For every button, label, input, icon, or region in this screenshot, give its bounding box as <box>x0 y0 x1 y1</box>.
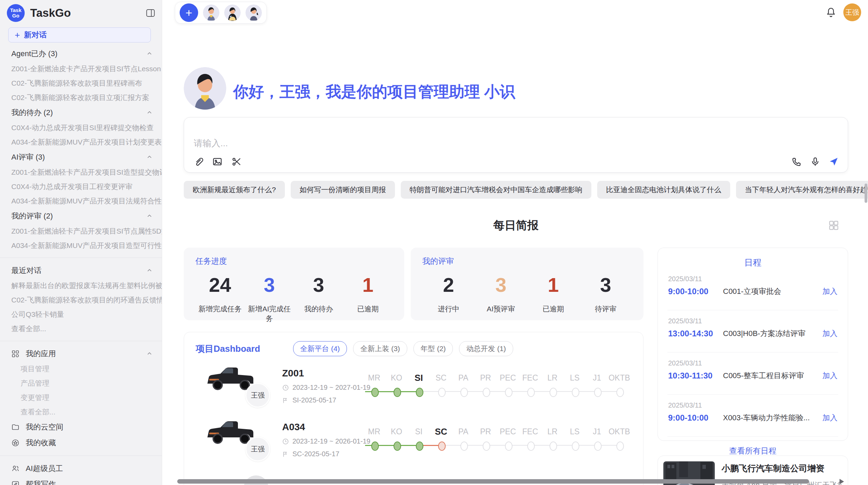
sidebar-item-ai-super-staff[interactable]: AI超级员工 <box>0 461 162 476</box>
list-item[interactable]: C0X4-动力总成开发项目工程变更评审 <box>0 179 162 194</box>
join-link[interactable]: 加入 <box>822 371 837 381</box>
milestone-timeline: MR KO SI SC PA PR PEC FEC LR LS J1 OKTB <box>363 371 630 399</box>
project-row[interactable]: 王强 Z001 2023-12-19 ~ 2027-01-19 SI-2025-… <box>195 362 632 416</box>
list-item[interactable]: A034-全新新能源MUV产品开发项目造型可行性评审 <box>0 238 162 253</box>
milestone-dot <box>438 388 446 397</box>
section-header-recent[interactable]: 最近对话 <box>0 263 162 278</box>
milestone-label: FEC <box>519 371 541 385</box>
stat-label: 进行中 <box>422 304 475 314</box>
clock-icon <box>282 384 289 391</box>
collapse-sidebar-icon[interactable] <box>145 8 156 18</box>
schedule-item[interactable]: 2025/03/11 9:00-10:00 C001-立项审批会 加入 <box>658 268 848 304</box>
milestone-dot <box>594 388 602 397</box>
flag-icon <box>282 451 289 458</box>
milestone-label: FEC <box>519 424 541 439</box>
join-link[interactable]: 加入 <box>822 413 837 423</box>
suggestion-chip[interactable]: 比亚迪全固态电池计划具体说了什么 <box>597 181 730 199</box>
milestone-dot <box>483 388 490 397</box>
project-code: A034 <box>282 422 370 433</box>
new-chat-button[interactable]: + 新对话 <box>8 27 151 42</box>
milestone-dot <box>550 388 557 397</box>
project-dashboard-card: 项目Dashboard 全新平台 (4) 全新上装 (3) 年型 (2) 动总开… <box>184 332 643 485</box>
view-all-link[interactable]: 查看全部... <box>0 322 162 336</box>
suggestion-chip[interactable]: 特朗普可能对进口汽车增税会对中国车企造成哪些影响 <box>401 181 591 199</box>
suggestion-chip[interactable]: 欧洲新规最近颁布了什么? <box>184 181 285 199</box>
schedule-date: 2025/03/11 <box>668 317 837 325</box>
milestone-dot <box>438 442 446 451</box>
attach-icon[interactable] <box>193 157 203 167</box>
scroll-right-arrow[interactable] <box>840 479 844 484</box>
avatar[interactable] <box>245 4 262 21</box>
join-link[interactable]: 加入 <box>822 286 837 297</box>
schedule-item[interactable]: 2025/03/11 10:30-11:30 C005-整车工程目标评审 加入 <box>658 352 848 388</box>
sidebar-item-change-mgmt[interactable]: 变更管理 <box>0 390 162 405</box>
schedule-date: 2025/03/11 <box>668 401 837 409</box>
stat-label: 待评审 <box>579 304 632 314</box>
schedule-time: 13:00-14:30 <box>668 329 723 338</box>
suggestion-chip[interactable]: 当下年轻人对汽车外观有怎样的喜好趋势 <box>736 181 868 199</box>
project-row[interactable]: 王强 A034 2023-12-19 ~ 2026-01-19 SC-2025-… <box>195 415 632 470</box>
chevron-up-icon <box>146 154 153 161</box>
milestone-dot <box>550 442 557 451</box>
owner-badge: 王强 <box>245 383 270 408</box>
avatar[interactable] <box>203 4 219 21</box>
list-item[interactable]: A034-全新新能源MUV产品开发项目计划变更表编写 <box>0 135 162 149</box>
section-header-my-todo[interactable]: 我的待办 (2) <box>0 105 162 121</box>
send-icon[interactable] <box>829 157 839 167</box>
divider <box>0 258 162 258</box>
tab-new-body[interactable]: 全新上装 (3) <box>353 341 407 356</box>
section-header-my-review[interactable]: 我的评审 (2) <box>0 208 162 224</box>
milestone-dot <box>527 388 535 397</box>
sidebar-item-help-writing[interactable]: 帮我写作 <box>0 476 162 485</box>
tab-new-platform[interactable]: 全新平台 (4) <box>293 341 347 356</box>
list-item[interactable]: 解释最新出台的欧盟报废车法规再生塑料比例被调至15%... <box>0 278 162 293</box>
sidebar-item-product-mgmt[interactable]: 产品管理 <box>0 376 162 390</box>
view-all-link[interactable]: 查看全部... <box>0 405 162 419</box>
list-item[interactable]: Z001-全新燃油皮卡产品开发项目SI节点Lesson Learn报告 <box>0 62 162 76</box>
list-item[interactable]: 公司Q3轻卡销量 <box>0 307 162 322</box>
list-item[interactable]: A034-全新新能源MUV产品开发项目法规符合性评审 <box>0 194 162 208</box>
view-all-schedule-link[interactable]: 查看所有日程 <box>658 446 848 456</box>
sidebar-item-cloud-space[interactable]: 我的云空间 <box>0 419 162 435</box>
vertical-scrollbar-thumb[interactable] <box>865 184 867 203</box>
sidebar-item-project-mgmt[interactable]: 项目管理 <box>0 362 162 376</box>
schedule-item[interactable]: 2025/03/11 13:00-14:30 C003|H0B-方案冻结评审 加… <box>658 310 848 346</box>
image-icon[interactable] <box>212 157 222 167</box>
list-item[interactable]: C0X4-动力总成开发项目SI里程碑提交物检查 <box>0 121 162 135</box>
horizontal-scrollbar-thumb[interactable] <box>177 479 809 484</box>
milestone-label: MR <box>363 424 385 439</box>
milestone-label: PR <box>474 371 497 385</box>
stat-value: 1 <box>343 273 393 297</box>
add-agent-button[interactable]: + <box>180 3 198 22</box>
tab-model-year[interactable]: 年型 (2) <box>413 341 453 356</box>
milestone-dot <box>394 388 401 397</box>
suggestion-chip[interactable]: 如何写一份清晰的项目周报 <box>291 181 395 199</box>
chevron-up-icon <box>146 50 153 57</box>
list-item[interactable]: C02-飞腾新能源轻客改款项目立项汇报方案 <box>0 90 162 105</box>
card-title: 我的评审 <box>422 256 632 266</box>
section-header-agent-done[interactable]: Agent已办 (3) <box>0 46 162 62</box>
list-item[interactable]: Z001-全新燃油轻卡产品开发项目SI造型提交物评审 <box>0 165 162 179</box>
chat-input[interactable] <box>193 137 840 163</box>
scissors-icon[interactable] <box>231 157 242 167</box>
list-item[interactable]: C02-飞腾新能源轻客改款项目的闭环通告反馈情况 <box>0 293 162 307</box>
join-link[interactable]: 加入 <box>822 328 837 339</box>
phone-icon[interactable] <box>792 157 802 167</box>
section-header-ai-review[interactable]: AI评审 (3) <box>0 149 162 165</box>
project-dates: 2023-12-19 ~ 2027-01-19 <box>292 384 370 391</box>
schedule-item[interactable]: 2025/03/11 9:00-10:00 X003-车辆动力学性能验... 加… <box>658 395 848 430</box>
user-avatar[interactable]: 王强 <box>843 3 861 21</box>
milestone-label: LR <box>541 371 564 385</box>
schedule-name: X003-车辆动力学性能验... <box>723 413 822 423</box>
plus-icon: + <box>15 30 20 40</box>
avatar[interactable] <box>224 4 241 21</box>
list-item[interactable]: Z001-全新燃油轻卡产品开发项目SI节点属性5D文件评审 <box>0 224 162 238</box>
tab-powertrain[interactable]: 动总开发 (1) <box>459 341 513 356</box>
sidebar-item-my-apps[interactable]: 我的应用 <box>0 346 162 362</box>
mic-icon[interactable] <box>810 157 820 167</box>
notification-bell-icon[interactable] <box>825 7 836 18</box>
layout-grid-icon[interactable] <box>828 220 839 231</box>
list-item[interactable]: C02-飞腾新能源轻客改款项目里程碑画布 <box>0 76 162 90</box>
chevron-up-icon <box>146 213 153 220</box>
sidebar-item-favorites[interactable]: 我的收藏 <box>0 435 162 451</box>
